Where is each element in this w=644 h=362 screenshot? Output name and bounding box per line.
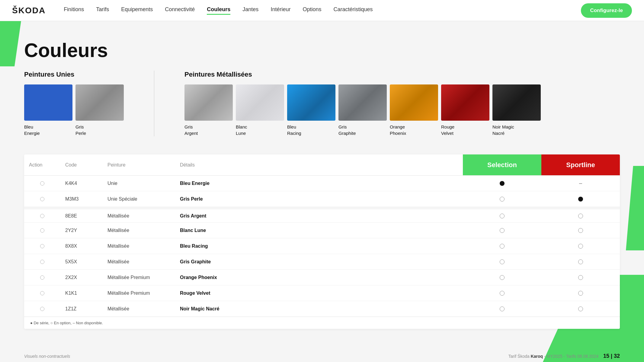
nav-finitions[interactable]: Finitions — [64, 6, 84, 15]
details-cell: Orange Phoenix — [175, 275, 463, 280]
sportline-cell — [541, 275, 620, 280]
peintures-metallisees-group: Peintures Métallisées GrisArgent BlancLu… — [184, 71, 541, 136]
details-cell: Bleu Racing — [175, 243, 463, 249]
nav-jantes[interactable]: Jantes — [242, 6, 258, 15]
header-code: Code — [60, 162, 103, 168]
action-dot — [40, 228, 44, 233]
action-cell — [24, 244, 60, 248]
sportline-cell — [541, 259, 620, 264]
table-row: 8E8E Métallisée Gris Argent — [24, 207, 620, 223]
dash: – — [579, 180, 582, 186]
swatch-rouge-velvet[interactable]: RougeVelvet — [441, 84, 489, 136]
action-dot — [40, 181, 44, 186]
page-title: Couleurs — [24, 39, 620, 62]
footer-suffix: - MY2025 - Tarifs 08.08.2024 — [544, 354, 598, 359]
swatch-label-blanc-lune: BlancLune — [236, 124, 284, 136]
action-dot — [40, 197, 44, 201]
sportline-cell — [541, 291, 620, 296]
action-dot — [40, 214, 44, 218]
swatch-color-gris-perle — [75, 84, 124, 121]
nav-caracteristiques[interactable]: Caractéristiques — [333, 6, 373, 15]
nav-options[interactable]: Options — [303, 6, 321, 15]
action-cell — [24, 197, 60, 201]
footer-current-page: 15 — [603, 353, 609, 359]
dot-empty — [500, 259, 505, 264]
sportline-cell — [541, 228, 620, 233]
swatch-label-bleu-energie: BleuEnergie — [24, 124, 72, 136]
swatch-label-orange-phoenix: OrangePhoenix — [390, 124, 438, 136]
nav-couleurs[interactable]: Couleurs — [207, 6, 230, 15]
swatch-label-gris-graphite: GrisGraphite — [338, 124, 387, 136]
nav-interieur[interactable]: Intérieur — [271, 6, 290, 15]
page-title-section: Couleurs — [0, 21, 644, 71]
header-peinture: Peinture — [103, 162, 175, 168]
selection-cell — [463, 244, 541, 249]
sportline-cell — [541, 214, 620, 218]
action-dot — [40, 291, 44, 295]
swatch-orange-phoenix[interactable]: OrangePhoenix — [390, 84, 438, 136]
details-cell: Gris Perle — [175, 196, 463, 202]
action-cell — [24, 260, 60, 264]
peinture-cell: Métallisée — [103, 259, 175, 265]
table-row: M3M3 Unie Spéciale Gris Perle — [24, 191, 620, 207]
dot-empty — [578, 244, 583, 249]
swatch-noir-magic[interactable]: Noir MagicNacré — [492, 84, 541, 136]
nav-connectivite[interactable]: Connectivité — [165, 6, 195, 15]
swatches-section: Peintures Unies BleuEnergie GrisPerle Pe… — [0, 71, 644, 148]
swatch-color-bleu-energie — [24, 84, 72, 121]
code-cell: 8E8E — [60, 213, 103, 219]
peinture-cell: Unie — [103, 181, 175, 186]
action-cell — [24, 214, 60, 218]
tab-sportline[interactable]: Sportline — [541, 154, 620, 175]
peintures-metallisees-title: Peintures Métallisées — [184, 71, 541, 78]
swatch-divider — [154, 71, 154, 136]
table-row: K1K1 Métallisée Premium Rouge Velvet — [24, 285, 620, 301]
brand-logo: ŠKODA — [12, 6, 46, 15]
footer-disclaimer: Visuels non-contractuels — [24, 354, 70, 359]
action-cell — [24, 181, 60, 186]
details-cell: Blanc Lune — [175, 228, 463, 233]
configure-button[interactable]: Configurez-le — [581, 3, 632, 18]
dot-empty — [500, 306, 505, 311]
swatch-gris-perle[interactable]: GrisPerle — [75, 84, 124, 136]
swatch-label-gris-argent: GrisArgent — [184, 124, 233, 136]
swatch-label-noir-magic: Noir MagicNacré — [492, 124, 541, 136]
peintures-unies-title: Peintures Unies — [24, 71, 124, 78]
colors-table: Action Code Peinture Détails Selection S… — [24, 154, 620, 329]
tab-selection[interactable]: Selection — [463, 154, 541, 175]
nav-equipements[interactable]: Equipements — [121, 6, 153, 15]
main-nav: Finitions Tarifs Equipements Connectivit… — [64, 6, 581, 15]
table-footer-note: ● De série, ○ En option, – Non disponibl… — [24, 317, 620, 329]
swatch-bleu-energie[interactable]: BleuEnergie — [24, 84, 72, 136]
swatch-bleu-racing[interactable]: BleuRacing — [287, 84, 335, 136]
dot-empty — [500, 228, 505, 233]
action-cell — [24, 307, 60, 311]
swatch-label-rouge-velvet: RougeVelvet — [441, 124, 489, 136]
code-cell: 5X5X — [60, 259, 103, 265]
header: ŠKODA Finitions Tarifs Equipements Conne… — [0, 0, 644, 21]
sportline-cell — [541, 306, 620, 311]
table-row: 1Z1Z Métallisée Noir Magic Nacré — [24, 301, 620, 317]
selection-cell — [463, 275, 541, 280]
details-cell: Rouge Velvet — [175, 291, 463, 296]
sportline-cell — [541, 197, 620, 202]
code-cell: K1K1 — [60, 291, 103, 296]
selection-cell — [463, 197, 541, 202]
action-cell — [24, 291, 60, 295]
swatch-color-gris-graphite — [338, 84, 387, 121]
code-cell: 2Y2Y — [60, 228, 103, 233]
nav-tarifs[interactable]: Tarifs — [96, 6, 109, 15]
footer-info: Tarif Škoda Karoq - MY2025 - Tarifs 08.0… — [508, 353, 620, 359]
swatch-label-gris-perle: GrisPerle — [75, 124, 124, 136]
peinture-cell: Métallisée Premium — [103, 291, 175, 296]
dot-empty — [500, 244, 505, 249]
swatch-blanc-lune[interactable]: BlancLune — [236, 84, 284, 136]
selection-cell — [463, 306, 541, 311]
peintures-unies-group: Peintures Unies BleuEnergie GrisPerle — [24, 71, 124, 136]
code-cell: 2X2X — [60, 275, 103, 280]
action-dot — [40, 260, 44, 264]
action-dot — [40, 275, 44, 280]
swatch-color-blanc-lune — [236, 84, 284, 121]
swatch-gris-argent[interactable]: GrisArgent — [184, 84, 233, 136]
swatch-gris-graphite[interactable]: GrisGraphite — [338, 84, 387, 136]
